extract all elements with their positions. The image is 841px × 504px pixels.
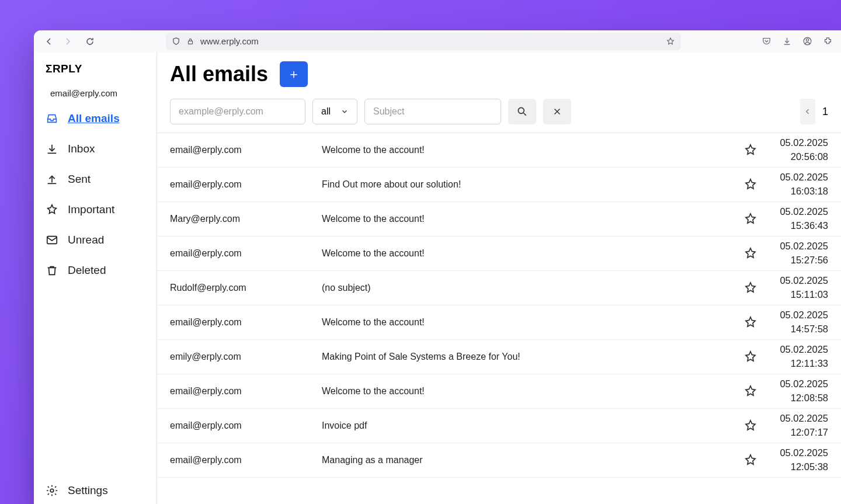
star-button[interactable] <box>736 212 765 226</box>
star-icon <box>743 350 757 364</box>
browser-toolbar: www.erply.com <box>34 30 841 52</box>
email-datetime: 05.02.202520:56:08 <box>765 136 828 164</box>
star-button[interactable] <box>736 384 765 398</box>
svg-rect-0 <box>189 41 193 44</box>
chevron-left-icon <box>804 107 811 116</box>
email-row[interactable]: Rudolf@erply.com(no subject)05.02.202515… <box>157 271 841 305</box>
main-panel: All emails ＋ all <box>157 52 841 504</box>
sidebar-item-label: Unread <box>68 234 104 246</box>
page-number: 1 <box>819 106 828 118</box>
star-button[interactable] <box>736 178 765 192</box>
star-button[interactable] <box>736 350 765 364</box>
email-subject: Welcome to the account! <box>322 248 736 259</box>
email-datetime: 05.02.202512:05:38 <box>765 446 828 474</box>
sidebar-item-important[interactable]: Important <box>46 203 145 216</box>
email-from: emily@erply.com <box>170 352 322 362</box>
downloads-icon[interactable] <box>782 36 792 46</box>
main-header: All emails ＋ <box>157 52 841 94</box>
email-datetime: 05.02.202515:27:56 <box>765 239 828 267</box>
search-button[interactable] <box>508 99 536 124</box>
upload-icon <box>46 173 58 186</box>
sidebar-item-deleted[interactable]: Deleted <box>46 264 145 277</box>
sidebar-item-settings[interactable]: Settings <box>34 484 157 504</box>
star-button[interactable] <box>736 315 765 329</box>
star-icon <box>743 453 757 467</box>
email-subject: Welcome to the account! <box>322 386 736 397</box>
sidebar-item-unread[interactable]: Unread <box>46 234 145 246</box>
sidebar-item-sent[interactable]: Sent <box>46 173 145 186</box>
mail-icon <box>46 234 58 246</box>
sidebar-item-label: Important <box>68 203 114 216</box>
email-row[interactable]: email@erply.comManaging as a manager05.0… <box>157 443 841 478</box>
star-button[interactable] <box>736 143 765 157</box>
email-row[interactable]: email@erply.comWelcome to the account!05… <box>157 237 841 271</box>
star-button[interactable] <box>736 453 765 467</box>
email-row[interactable]: email@erply.comWelcome to the account!05… <box>157 374 841 409</box>
email-subject: Welcome to the account! <box>322 317 736 328</box>
account-icon[interactable] <box>802 36 812 46</box>
back-button[interactable] <box>42 34 56 48</box>
clear-button[interactable] <box>543 99 571 124</box>
close-icon <box>552 106 562 117</box>
email-subject: Managing as a manager <box>322 455 736 465</box>
star-button[interactable] <box>736 281 765 295</box>
email-from: email@erply.com <box>170 455 322 465</box>
reload-button[interactable] <box>83 34 97 48</box>
pocket-icon[interactable] <box>762 36 772 46</box>
email-subject: Making Point of Sale Systems a Breeze fo… <box>322 352 736 362</box>
email-from: email@erply.com <box>170 317 322 328</box>
lock-icon <box>186 37 194 46</box>
filter-email-input[interactable] <box>170 99 305 124</box>
browser-right-icons <box>762 36 833 46</box>
star-icon <box>743 419 757 433</box>
email-list: email@erply.comWelcome to the account!05… <box>157 133 841 504</box>
email-row[interactable]: Mary@erply.comWelcome to the account!05.… <box>157 202 841 237</box>
star-button[interactable] <box>736 419 765 433</box>
app-content: ΣRPLY email@erply.com All emails Inbox <box>34 52 841 504</box>
email-datetime: 05.02.202514:57:58 <box>765 308 828 336</box>
compose-button[interactable]: ＋ <box>280 61 308 87</box>
forward-button[interactable] <box>61 34 75 48</box>
sidebar-item-inbox[interactable]: Inbox <box>46 142 145 155</box>
email-row[interactable]: email@erply.comWelcome to the account!05… <box>157 305 841 340</box>
star-icon <box>743 246 757 260</box>
sidebar-item-label: All emails <box>68 112 120 125</box>
filter-subject-input[interactable] <box>364 99 501 124</box>
sidebar-item-label: Settings <box>68 484 108 497</box>
bookmark-star-icon[interactable] <box>666 37 675 46</box>
star-icon <box>743 315 757 329</box>
download-icon <box>46 142 58 155</box>
sidebar-item-label: Sent <box>68 173 91 186</box>
trash-icon <box>46 264 58 277</box>
sidebar-nav: All emails Inbox Sent <box>34 109 157 277</box>
email-subject: Invoice pdf <box>322 420 736 431</box>
star-icon <box>743 281 757 295</box>
logo: ΣRPLY <box>34 62 157 85</box>
extensions-icon[interactable] <box>823 36 833 46</box>
svg-point-4 <box>50 489 54 492</box>
star-button[interactable] <box>736 246 765 260</box>
email-row[interactable]: email@erply.comWelcome to the account!05… <box>157 133 841 168</box>
inbox-icon <box>46 112 58 125</box>
svg-point-5 <box>518 107 524 113</box>
email-row[interactable]: email@erply.comFind Out more about our s… <box>157 168 841 202</box>
email-subject: Welcome to the account! <box>322 214 736 224</box>
browser-window: www.erply.com ΣRPLY email@erply.com A <box>34 30 841 504</box>
sidebar-item-all-emails[interactable]: All emails <box>46 112 145 125</box>
sidebar-item-label: Inbox <box>68 142 95 155</box>
email-from: Mary@erply.com <box>170 214 322 224</box>
email-from: email@erply.com <box>170 179 322 190</box>
star-icon <box>46 203 58 216</box>
email-from: email@erply.com <box>170 420 322 431</box>
account-email: email@erply.com <box>34 85 157 109</box>
address-bar[interactable]: www.erply.com <box>166 33 681 50</box>
filter-toolbar: all <box>157 94 841 133</box>
email-row[interactable]: email@erply.comInvoice pdf05.02.202512:0… <box>157 409 841 443</box>
sidebar: ΣRPLY email@erply.com All emails Inbox <box>34 52 157 504</box>
page-prev-button[interactable] <box>800 99 815 124</box>
email-row[interactable]: emily@erply.comMaking Point of Sale Syst… <box>157 340 841 374</box>
shield-icon <box>172 37 180 46</box>
filter-select[interactable]: all <box>312 99 357 124</box>
url-text: www.erply.com <box>200 36 259 46</box>
chevron-down-icon <box>340 107 349 116</box>
